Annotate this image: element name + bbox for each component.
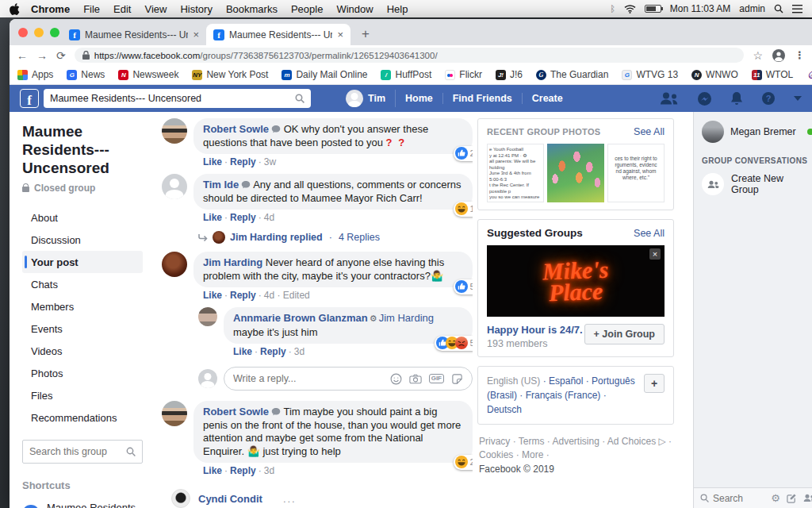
footer-links[interactable]: Privacy · Terms · Advertising · Ad Choic…: [479, 435, 672, 462]
shortcut-maumee-group[interactable]: Maumee Residents--- ...: [22, 502, 157, 508]
tab-2-active[interactable]: f Maumee Residents--- Uncenso ×: [206, 24, 350, 45]
reload-icon[interactable]: ⟳: [56, 50, 66, 61]
facebook-logo[interactable]: f: [20, 89, 39, 108]
account-caret-icon[interactable]: [794, 96, 802, 101]
recent-photos-see-all-link[interactable]: See All: [634, 126, 665, 137]
spotlight-icon[interactable]: [774, 4, 783, 13]
sidebar-item-photos[interactable]: Photos: [22, 362, 143, 384]
reaction-badge[interactable]: 2: [454, 455, 473, 471]
bookmark-newsweek[interactable]: NNewsweek: [118, 69, 178, 80]
reply-link[interactable]: Reply: [230, 290, 256, 301]
emoji-icon[interactable]: [390, 373, 402, 385]
avatar-tim-ide[interactable]: [162, 174, 187, 199]
bookmark-apps[interactable]: Apps: [17, 69, 53, 80]
avatar-annmarie[interactable]: [198, 307, 217, 326]
comment-timestamp[interactable]: 3d: [294, 346, 304, 357]
avatar-jim-harding[interactable]: [162, 252, 187, 277]
reply-link[interactable]: Reply: [260, 346, 286, 357]
menu-history[interactable]: History: [180, 3, 212, 15]
profile-shortcut[interactable]: Tim: [346, 90, 396, 107]
group-photo-thumb-1[interactable]: e Youth Football y at 12:41 PM · ⚙ all p…: [487, 144, 544, 202]
nav-create[interactable]: Create: [523, 93, 573, 104]
like-link[interactable]: Like: [203, 212, 222, 223]
bluetooth-icon[interactable]: ᛒ: [610, 4, 615, 14]
comment-author[interactable]: Robert Sowle: [203, 406, 269, 418]
forward-icon[interactable]: →: [36, 50, 48, 61]
apple-menu-icon[interactable]: [10, 3, 20, 15]
add-language-button[interactable]: +: [644, 374, 665, 393]
battery-icon[interactable]: [645, 5, 661, 13]
back-icon[interactable]: ←: [17, 50, 28, 61]
url-field[interactable]: https://www.facebook.com/groups/77363875…: [75, 48, 745, 63]
sidebar-item-members[interactable]: Members: [22, 295, 143, 318]
notifications-bell-icon[interactable]: [730, 92, 743, 106]
menu-help[interactable]: Help: [387, 3, 408, 15]
bookmark-huffpost[interactable]: /HuffPost: [381, 69, 431, 80]
like-link[interactable]: Like: [203, 156, 222, 167]
comment-timestamp[interactable]: 4d · Edited: [264, 290, 310, 301]
like-link[interactable]: Like: [203, 465, 222, 476]
menu-view[interactable]: View: [144, 3, 167, 15]
sticker-icon[interactable]: [451, 373, 463, 385]
window-minimize-button[interactable]: [34, 28, 44, 37]
sidebar-item-about[interactable]: About: [22, 206, 143, 229]
menubar-user[interactable]: admin: [739, 3, 765, 14]
group-photo-thumb-3[interactable]: ces to their right to rguments, evidenc …: [607, 144, 665, 202]
chat-search-bar[interactable]: ⚙: [694, 487, 812, 508]
help-icon[interactable]: ?: [762, 92, 775, 105]
reaction-badge[interactable]: 1: [454, 202, 473, 217]
sidebar-item-recommendations[interactable]: Recommendations: [22, 406, 143, 429]
bookmark-craigslist[interactable]: ☮craigslist: [806, 69, 812, 80]
comment-menu-dots[interactable]: ...: [283, 493, 297, 505]
group-search[interactable]: [22, 440, 143, 464]
sidebar-item-discussion[interactable]: Discussion: [22, 229, 143, 251]
reaction-badge[interactable]: 5: [454, 279, 473, 295]
comment-author[interactable]: Jim Harding: [203, 256, 262, 268]
chat-contacts-icon[interactable]: [803, 494, 812, 502]
bookmark-news[interactable]: GNews: [67, 69, 105, 80]
comment-author[interactable]: Annmarie Brown Glanzman: [233, 312, 368, 324]
friend-requests-icon[interactable]: [660, 92, 679, 105]
reaction-badge[interactable]: 2: [454, 146, 473, 162]
menu-window[interactable]: Window: [336, 3, 373, 15]
tab-2-close-icon[interactable]: ×: [337, 29, 343, 40]
browser-menu-icon[interactable]: ⋮: [795, 49, 805, 61]
profile-icon[interactable]: [772, 49, 785, 62]
comment-timestamp[interactable]: 3w: [264, 156, 276, 167]
bookmark-flickr[interactable]: Flickr: [445, 69, 482, 80]
view-replies-banner[interactable]: Jim Harding replied · 4 Replies: [198, 231, 473, 244]
suggested-groups-see-all-link[interactable]: See All: [634, 228, 665, 239]
nav-find-friends[interactable]: Find Friends: [443, 93, 523, 104]
dismiss-suggestion-icon[interactable]: ×: [649, 248, 661, 260]
reply-input[interactable]: GIF: [224, 367, 473, 391]
like-link[interactable]: Like: [233, 346, 252, 357]
bookmark-daily-mail[interactable]: mDaily Mail Online: [282, 69, 367, 80]
notification-center-icon[interactable]: [792, 5, 802, 13]
bookmark-wnwo[interactable]: NWNWO: [691, 69, 738, 80]
comment-author[interactable]: Cyndi Condit: [198, 493, 262, 505]
window-zoom-button[interactable]: [50, 28, 59, 37]
chat-search-input[interactable]: [713, 493, 767, 504]
menu-chrome[interactable]: Chrome: [31, 3, 70, 15]
chat-settings-gear-icon[interactable]: ⚙: [771, 493, 780, 503]
comment-author[interactable]: Tim Ide: [203, 179, 239, 190]
reply-link[interactable]: Reply: [230, 465, 256, 476]
tab-1[interactable]: f Maumee Residents--- Uncenso ×: [62, 24, 206, 45]
bookmark-ji6[interactable]: J!J!6: [496, 69, 523, 80]
reaction-badge[interactable]: 5: [435, 336, 473, 352]
bookmark-wtol[interactable]: 11WTOL: [752, 69, 793, 80]
menu-file[interactable]: File: [83, 3, 100, 15]
facebook-search-input[interactable]: [50, 93, 295, 104]
nav-home[interactable]: Home: [396, 93, 443, 104]
mention-jim-harding[interactable]: Jim Harding: [379, 312, 434, 324]
sidebar-item-events[interactable]: Events: [22, 318, 143, 340]
reply-text-input[interactable]: [233, 373, 383, 384]
comment-timestamp[interactable]: 4d: [264, 212, 274, 223]
suggested-group-name-link[interactable]: Happy Hour is 24/7.: [487, 324, 583, 336]
new-message-compose-icon[interactable]: [787, 493, 797, 503]
menu-edit[interactable]: Edit: [113, 3, 131, 15]
avatar-cyndi-condit[interactable]: [171, 489, 190, 508]
sidebar-item-your-post[interactable]: Your post: [22, 251, 143, 273]
messenger-icon[interactable]: [698, 92, 711, 106]
group-photo-thumb-2-tulip-painting[interactable]: [547, 144, 604, 202]
